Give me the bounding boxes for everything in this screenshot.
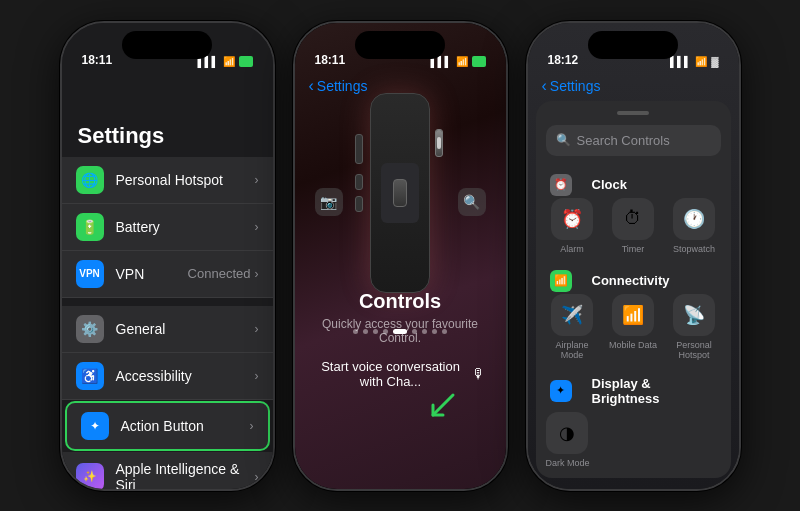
phone-1: 18:11 ▌▌▌ 📶 ▓ Settings 🌐 Personal Hotspo… <box>60 21 275 491</box>
settings-screen: 18:11 ▌▌▌ 📶 ▓ Settings 🌐 Personal Hotspo… <box>62 23 273 489</box>
stopwatch-icon: 🕐 <box>673 198 715 240</box>
connectivity-section-header: 📶 Connectivity <box>546 264 721 294</box>
siri-text-row: Start voice conversation with Cha... 🎙 <box>315 359 486 389</box>
action-text-area: Controls Quickly access your favourite C… <box>295 290 506 389</box>
settings-item-general[interactable]: ⚙️ General › <box>62 306 273 353</box>
battery-icon-3: ▓ <box>711 56 718 67</box>
hotspot-item[interactable]: 📡 Personal Hotspot <box>668 294 721 360</box>
settings-section-2: ⚙️ General › ♿ Accessibility › ✦ Action … <box>62 306 273 489</box>
hotspot-chevron: › <box>255 173 259 187</box>
action-button-physical <box>435 129 443 157</box>
stopwatch-label: Stopwatch <box>673 244 715 254</box>
connectivity-section-label: Connectivity <box>592 273 670 288</box>
action-btn-pill <box>437 137 441 149</box>
dark-mode-row: ◑ Dark Mode <box>546 412 721 468</box>
drag-handle <box>617 111 649 115</box>
wifi-icon-2: 📶 <box>456 56 468 67</box>
clock-grid: ⏰ Alarm ⏱ Timer 🕐 Stopwatch <box>546 198 721 254</box>
camera-icon-visual: 📷 <box>315 188 343 216</box>
siri-mic-icon: 🎙 <box>472 366 486 382</box>
volume-up-visual <box>355 174 363 190</box>
settings-item-accessibility[interactable]: ♿ Accessibility › <box>62 353 273 400</box>
timer-item[interactable]: ⏱ Timer <box>607 198 660 254</box>
settings-item-siri[interactable]: ✨ Apple Intelligence & Siri › <box>62 452 273 489</box>
accessibility-chevron: › <box>255 369 259 383</box>
separator-1 <box>62 298 273 306</box>
accessibility-label: Accessibility <box>116 368 255 384</box>
status-icons-2: ▌▌▌ 📶 ▓ <box>430 56 485 67</box>
stopwatch-item[interactable]: 🕐 Stopwatch <box>668 198 721 254</box>
hotspot-grid-icon: 📡 <box>673 294 715 336</box>
alarm-item[interactable]: ⏰ Alarm <box>546 198 599 254</box>
siri-text: Start voice conversation with Cha... <box>315 359 467 389</box>
airplane-mode-item[interactable]: ✈️ Airplane Mode <box>546 294 599 360</box>
settings-item-hotspot[interactable]: 🌐 Personal Hotspot › <box>62 157 273 204</box>
controls-search-bar[interactable]: 🔍 Search Controls <box>546 125 721 156</box>
display-section-header: ✦ Display & Brightness <box>546 370 721 408</box>
phone-2: 18:11 ▌▌▌ 📶 ▓ ‹ Settings <box>293 21 508 491</box>
alarm-icon: ⏰ <box>551 198 593 240</box>
settings-title: Settings <box>62 71 273 157</box>
phone-screen-mini <box>381 163 419 223</box>
phone-visual <box>370 93 430 293</box>
timer-label: Timer <box>622 244 645 254</box>
battery-label: Battery <box>116 219 255 235</box>
hotspot-grid-label: Personal Hotspot <box>668 340 721 360</box>
accessibility-icon: ♿ <box>76 362 104 390</box>
alarm-label: Alarm <box>560 244 584 254</box>
clock-section-label: Clock <box>592 177 627 192</box>
dynamic-island-2 <box>355 31 445 59</box>
back-chevron: ‹ <box>309 77 314 95</box>
status-time-2: 18:11 <box>315 53 346 67</box>
arrow-svg <box>425 387 461 423</box>
signal-icon-3: ▌▌▌ <box>670 56 691 67</box>
action-btn-inner <box>436 130 442 156</box>
airplane-icon: ✈️ <box>551 294 593 336</box>
action-subtitle: Quickly access your favourite Control. <box>315 317 486 345</box>
general-chevron: › <box>255 322 259 336</box>
lens-side-icon: 🔍 <box>458 188 486 216</box>
mobile-data-item[interactable]: 📶 Mobile Data <box>607 294 660 360</box>
general-icon: ⚙️ <box>76 315 104 343</box>
battery-icon-2: ▓ <box>472 56 486 67</box>
settings-section-1: 🌐 Personal Hotspot › 🔋 Battery › VPN VPN… <box>62 157 273 298</box>
action-back-button[interactable]: ‹ Settings <box>309 77 368 95</box>
battery-icon: ▓ <box>239 56 253 67</box>
display-section-icon: ✦ <box>550 380 572 402</box>
settings-item-battery[interactable]: 🔋 Battery › <box>62 204 273 251</box>
dark-mode-item[interactable]: ◑ Dark Mode <box>546 412 721 468</box>
siri-icon: ✨ <box>76 463 104 489</box>
action-screen: 18:11 ▌▌▌ 📶 ▓ ‹ Settings <box>295 23 506 489</box>
controls-screen: 18:12 ▌▌▌ 📶 ▓ ‹ Settings 🔍 Search Contro… <box>528 23 739 489</box>
connectivity-grid: ✈️ Airplane Mode 📶 Mobile Data 📡 Persona… <box>546 294 721 360</box>
timer-icon: ⏱ <box>612 198 654 240</box>
back-label: Settings <box>317 78 368 94</box>
vpn-label: VPN <box>116 266 188 282</box>
dynamic-island-1 <box>122 31 212 59</box>
lens-icon-visual: 🔍 <box>458 188 486 216</box>
camera-side-icon: 📷 <box>315 188 343 216</box>
connectivity-section-icon: 📶 <box>550 270 572 292</box>
general-label: General <box>116 321 255 337</box>
wifi-icon: 📶 <box>223 56 235 67</box>
status-icons-1: ▌▌▌ 📶 ▓ <box>197 56 252 67</box>
search-glass-icon: 🔍 <box>556 133 571 147</box>
vpn-chevron: › <box>255 267 259 281</box>
phone-3: 18:12 ▌▌▌ 📶 ▓ ‹ Settings 🔍 Search Contro… <box>526 21 741 491</box>
settings-item-vpn[interactable]: VPN VPN Connected › <box>62 251 273 298</box>
controls-back-button[interactable]: ‹ Settings <box>542 77 601 95</box>
controls-back-label: Settings <box>550 78 601 94</box>
vpn-value: Connected <box>188 266 251 281</box>
toggle-visual <box>393 179 407 207</box>
hotspot-icon: 🌐 <box>76 166 104 194</box>
display-section-label: Display & Brightness <box>592 376 717 406</box>
dynamic-island-3 <box>588 31 678 59</box>
controls-back-chevron: ‹ <box>542 77 547 95</box>
settings-item-action-button[interactable]: ✦ Action Button › <box>65 401 270 451</box>
dark-mode-label: Dark Mode <box>546 458 590 468</box>
siri-chevron: › <box>255 470 259 484</box>
mobile-data-icon: 📶 <box>612 294 654 336</box>
side-button-visual <box>355 134 363 164</box>
action-button-chevron: › <box>250 419 254 433</box>
clock-section-icon: ⏰ <box>550 174 572 196</box>
